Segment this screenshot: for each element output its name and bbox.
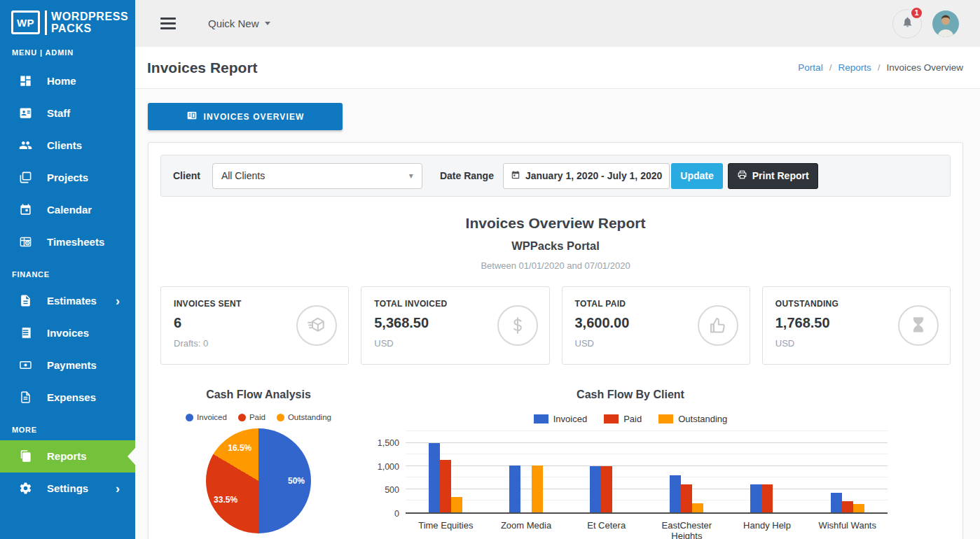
report-heading: Invoices Overview Report WPPacks Portal … bbox=[160, 215, 951, 271]
bar-category-label: Et Cetera bbox=[566, 520, 647, 539]
bar-group bbox=[727, 431, 808, 512]
charts-row: Cash Flow Analysis InvoicedPaidOutstandi… bbox=[160, 388, 951, 539]
sidebar-item-label: Home bbox=[47, 75, 76, 87]
sidebar-item-timesheets[interactable]: Timesheets bbox=[0, 226, 135, 258]
report-date-range: Between 01/01/2020 and 07/01/2020 bbox=[160, 260, 951, 271]
sidebar-item-label: Projects bbox=[47, 172, 88, 183]
y-tick-label: 0 bbox=[394, 509, 399, 519]
page-header: Invoices Report Portal / Reports / Invoi… bbox=[135, 47, 980, 89]
pie-chart-title: Cash Flow Analysis bbox=[160, 388, 357, 401]
pie-legend: InvoicedPaidOutstanding bbox=[160, 413, 357, 421]
bar-chart-title: Cash Flow By Client bbox=[373, 388, 888, 401]
bar-category-label: Time Equities bbox=[406, 520, 486, 539]
bar-invoiced bbox=[750, 484, 761, 512]
legend-item-invoiced: Invoiced bbox=[186, 413, 227, 421]
bar-yaxis: 05001,0001,500 bbox=[373, 431, 406, 514]
bar-chart-area: 05001,0001,500 bbox=[373, 431, 888, 514]
timesheet-clock-icon bbox=[19, 235, 32, 248]
sidebar-item-label: Invoices bbox=[47, 327, 89, 339]
print-report-button[interactable]: Print Report bbox=[728, 163, 818, 189]
sidebar-item-estimates[interactable]: Estimates › bbox=[0, 285, 135, 317]
sidebar-nav: Home Staff Clients Projects Calendar Tim… bbox=[0, 65, 135, 505]
bar-outstanding bbox=[853, 504, 864, 512]
client-select-value: All Clients bbox=[221, 170, 265, 181]
money-bill-icon bbox=[19, 358, 32, 372]
sidebar-item-label: Estimates bbox=[47, 295, 97, 307]
sidebar-item-label: Reports bbox=[47, 450, 87, 462]
sidebar-item-staff[interactable]: Staff bbox=[0, 97, 135, 130]
report-subtitle: WPPacks Portal bbox=[160, 239, 951, 253]
sidebar-item-projects[interactable]: Projects bbox=[0, 162, 135, 194]
y-tick-label: 1,500 bbox=[378, 438, 399, 448]
hamburger-icon[interactable] bbox=[160, 18, 176, 29]
id-badge-icon bbox=[19, 106, 32, 120]
thumbs-up-icon bbox=[698, 305, 738, 346]
legend-item-outstanding: Outstanding bbox=[658, 414, 727, 424]
bar-paid bbox=[842, 501, 853, 512]
report-card: Client All Clients ▾ Date Range January … bbox=[148, 142, 963, 539]
bars-row bbox=[406, 431, 888, 512]
bar-group bbox=[406, 431, 486, 512]
client-select[interactable]: All Clients ▾ bbox=[212, 163, 422, 189]
stat-card-invoices-sent: INVOICES SENT 6 Drafts: 0 bbox=[160, 286, 349, 365]
sidebar-item-home[interactable]: Home bbox=[0, 65, 135, 97]
sidebar-item-reports[interactable]: Reports bbox=[0, 440, 135, 472]
sidebar-item-payments[interactable]: Payments bbox=[0, 349, 135, 382]
invoices-overview-button[interactable]: INVOICES OVERVIEW bbox=[148, 103, 343, 130]
bar-paid bbox=[440, 460, 451, 512]
breadcrumb-portal[interactable]: Portal bbox=[798, 62, 822, 73]
legend-label: Invoiced bbox=[197, 413, 227, 421]
avatar[interactable] bbox=[932, 10, 959, 37]
print-button-label: Print Report bbox=[752, 170, 809, 181]
y-tick-label: 500 bbox=[385, 485, 399, 495]
folders-icon bbox=[19, 171, 32, 184]
pie-slice-label: 33.5% bbox=[214, 495, 237, 505]
sidebar-item-invoices[interactable]: Invoices bbox=[0, 317, 135, 349]
bar-paid bbox=[681, 484, 692, 512]
legend-label: Outstanding bbox=[678, 414, 727, 424]
sidebar-item-calendar[interactable]: Calendar bbox=[0, 194, 135, 226]
legend-swatch-icon bbox=[658, 414, 673, 424]
stat-cards: INVOICES SENT 6 Drafts: 0 TOTAL INVOICED… bbox=[160, 286, 951, 365]
breadcrumb-separator: / bbox=[878, 62, 881, 73]
bar-category-label: Handy Help bbox=[727, 520, 808, 539]
topbar: Quick New 1 bbox=[135, 0, 980, 47]
sidebar-item-settings[interactable]: Settings › bbox=[0, 472, 135, 505]
bar-category-label: Zoom Media bbox=[486, 520, 567, 539]
legend-swatch-icon bbox=[534, 414, 548, 424]
people-icon bbox=[19, 139, 32, 152]
quick-new-label: Quick New bbox=[208, 18, 259, 29]
send-cube-icon bbox=[296, 305, 337, 346]
bar-outstanding bbox=[532, 465, 543, 512]
breadcrumb: Portal / Reports / Invoices Overview bbox=[798, 62, 963, 73]
topbar-right: 1 bbox=[892, 9, 980, 38]
breadcrumb-separator: / bbox=[829, 62, 832, 73]
update-button[interactable]: Update bbox=[671, 163, 722, 189]
app-logo[interactable]: WP WORDPRESS PACKS bbox=[0, 0, 135, 41]
overview-button-label: INVOICES OVERVIEW bbox=[204, 112, 305, 122]
printer-icon bbox=[737, 169, 747, 182]
notifications-button[interactable]: 1 bbox=[892, 9, 922, 38]
pie: 50%33.5%16.5% bbox=[206, 428, 311, 533]
bar-xlabels: Time EquitiesZoom MediaEt CeteraEastChes… bbox=[406, 520, 888, 539]
receipt-icon bbox=[19, 326, 32, 340]
section-header-finance: FINANCE bbox=[0, 258, 135, 285]
bar-group bbox=[647, 431, 727, 512]
legend-dot-icon bbox=[277, 414, 284, 421]
bar-category-label: EastChester Heights bbox=[647, 520, 727, 539]
breadcrumb-reports[interactable]: Reports bbox=[838, 62, 871, 73]
main-content: INVOICES OVERVIEW Client All Clients ▾ D… bbox=[135, 89, 980, 539]
sidebar-item-clients[interactable]: Clients bbox=[0, 130, 135, 162]
sidebar-item-label: Clients bbox=[47, 139, 82, 151]
quick-new-dropdown[interactable]: Quick New bbox=[208, 18, 270, 29]
bar-group bbox=[486, 431, 567, 512]
pie-slice-label: 50% bbox=[288, 476, 305, 486]
date-range-input[interactable]: January 1, 2020 - July 1, 2020 bbox=[503, 163, 670, 189]
legend-dot-icon bbox=[186, 414, 193, 421]
bar-paid bbox=[761, 484, 773, 512]
sidebar-item-expenses[interactable]: Expenses bbox=[0, 382, 135, 414]
section-header-more: MORE bbox=[0, 414, 135, 440]
pie-chart-section: Cash Flow Analysis InvoicedPaidOutstandi… bbox=[160, 388, 357, 539]
logo-text: WORDPRESS PACKS bbox=[45, 10, 128, 35]
sidebar-item-label: Expenses bbox=[47, 391, 96, 403]
